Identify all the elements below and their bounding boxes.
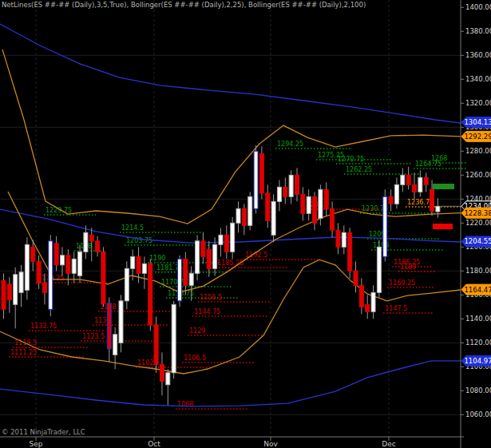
candle bbox=[96, 241, 100, 252]
candle bbox=[418, 177, 422, 192]
y-axis-tick-label[interactable]: 1380.00 bbox=[465, 27, 491, 35]
netline-level-label: 1147.5 bbox=[385, 305, 407, 312]
candle bbox=[295, 175, 299, 194]
netline-level-label: 1156.5 bbox=[200, 294, 222, 301]
netline-level-label: 1214.5 bbox=[121, 224, 144, 232]
netline-level-label: 1144.75 bbox=[194, 308, 220, 315]
y-axis-tick-label[interactable]: 1340.00 bbox=[465, 75, 491, 83]
y-axis-tick-label[interactable]: 1360.00 bbox=[465, 51, 491, 59]
candle bbox=[42, 283, 46, 292]
y-axis-tick-label[interactable]: 1120.00 bbox=[465, 339, 491, 347]
netline-level-label: 1129 bbox=[189, 327, 205, 335]
y-axis-tick-label[interactable]: 1400.00 bbox=[465, 3, 491, 11]
candle bbox=[49, 241, 53, 310]
candle bbox=[196, 241, 200, 274]
candle bbox=[213, 244, 217, 268]
netline-level-label: 1189 bbox=[400, 264, 416, 271]
candle bbox=[366, 304, 370, 311]
candle bbox=[142, 264, 146, 273]
candle bbox=[178, 259, 182, 301]
candle bbox=[7, 284, 11, 300]
netline-level-label: 1270.75 bbox=[338, 156, 364, 163]
y-axis-tick-label[interactable]: 1140.00 bbox=[465, 315, 491, 323]
copyright-label: © 2011 NinjaTrader, LLC bbox=[2, 428, 85, 436]
candle bbox=[354, 271, 358, 285]
netline-level-label: 1294.25 bbox=[277, 141, 303, 148]
y-axis-tick-label[interactable]: 1180.00 bbox=[465, 267, 491, 275]
candle bbox=[137, 256, 141, 273]
candle bbox=[348, 232, 352, 271]
price-tag-value: 1228.38 bbox=[464, 209, 491, 217]
netline-level-label: 1111.25 bbox=[10, 349, 37, 356]
candle bbox=[131, 256, 135, 268]
x-axis-month-label[interactable]: Nov bbox=[263, 440, 278, 448]
x-axis-month-label[interactable]: Sep bbox=[30, 440, 43, 448]
netline-level-label: 1262.25 bbox=[346, 166, 372, 173]
candle bbox=[113, 335, 117, 355]
candle bbox=[436, 206, 440, 212]
candle bbox=[172, 304, 176, 373]
candle bbox=[331, 208, 335, 230]
price-chart-canvas: 1229.7511981214.51203.7511901181.751170.… bbox=[0, 0, 491, 448]
candle bbox=[189, 273, 193, 285]
candle bbox=[389, 196, 393, 204]
candle bbox=[184, 259, 188, 285]
candle bbox=[236, 208, 240, 223]
price-tag-value: 1292.29 bbox=[464, 133, 491, 141]
x-axis-month-label[interactable]: Dec bbox=[382, 440, 395, 448]
price-tag-value: 1204.55 bbox=[464, 237, 491, 245]
netline-level-label: 1229.75 bbox=[46, 207, 72, 214]
signal-bar-green bbox=[433, 184, 454, 189]
candle bbox=[224, 235, 228, 252]
candle bbox=[66, 256, 70, 274]
candle bbox=[61, 256, 65, 265]
candle bbox=[125, 268, 129, 301]
candle bbox=[72, 259, 76, 273]
candle bbox=[166, 373, 170, 385]
netline-level-label: 1106.5 bbox=[184, 355, 206, 362]
candle bbox=[271, 201, 275, 235]
netline-level-label: 1268 bbox=[431, 155, 447, 162]
netline-level-label: 1203.75 bbox=[126, 237, 152, 244]
y-axis-tick-label[interactable]: 1280.00 bbox=[465, 147, 491, 155]
candle bbox=[401, 175, 405, 184]
candle bbox=[219, 235, 223, 244]
candle bbox=[342, 232, 346, 247]
y-axis-tick-label[interactable]: 1080.00 bbox=[465, 387, 491, 394]
candle bbox=[413, 184, 417, 192]
candle bbox=[160, 364, 164, 381]
candle bbox=[148, 264, 152, 325]
chart-indicators-label: NetLines(ES ##-## (Daily),3,5,True), Bol… bbox=[2, 1, 366, 9]
candle bbox=[54, 244, 58, 265]
candle bbox=[313, 196, 317, 223]
candle bbox=[319, 189, 323, 218]
candle bbox=[242, 208, 246, 225]
y-axis-tick-label[interactable]: 1220.00 bbox=[465, 219, 491, 227]
candle bbox=[89, 235, 93, 241]
candle bbox=[201, 241, 205, 257]
candle bbox=[336, 230, 340, 247]
candle bbox=[424, 177, 428, 184]
x-axis-month-label[interactable]: Oct bbox=[148, 440, 160, 448]
signal-bar-red bbox=[433, 224, 453, 229]
candle bbox=[289, 175, 293, 196]
candle bbox=[2, 280, 6, 309]
candle bbox=[25, 244, 29, 290]
candle bbox=[406, 175, 410, 184]
candle bbox=[107, 303, 111, 349]
netline-level-label: 1102 bbox=[137, 359, 153, 367]
y-axis-tick-label[interactable]: 1320.00 bbox=[465, 99, 491, 107]
candle bbox=[277, 187, 281, 201]
netline-level-label: 1169.25 bbox=[389, 280, 415, 287]
candle bbox=[283, 187, 287, 196]
candle bbox=[19, 272, 23, 293]
candle bbox=[266, 193, 270, 220]
candle bbox=[248, 196, 252, 225]
netline-level-label: 1132.75 bbox=[30, 323, 57, 330]
candle bbox=[259, 153, 263, 193]
y-axis-tick-label[interactable]: 1260.00 bbox=[465, 171, 491, 179]
candle bbox=[154, 325, 158, 365]
price-tag-value: 1304.13 bbox=[464, 118, 491, 126]
candle bbox=[207, 249, 211, 268]
y-axis-tick-label[interactable]: 1060.00 bbox=[465, 410, 491, 418]
